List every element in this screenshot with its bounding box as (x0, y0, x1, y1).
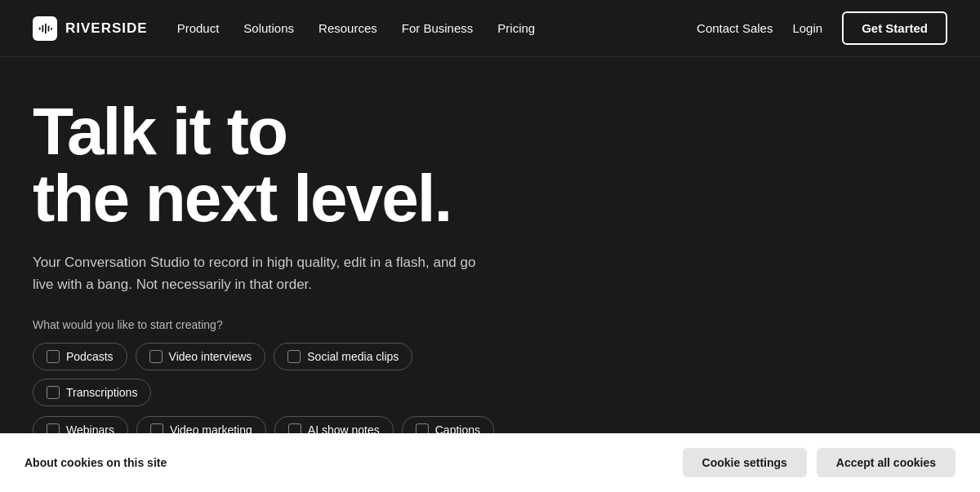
nav-link-resources[interactable]: Resources (318, 21, 377, 35)
checkbox-video-interviews[interactable]: Video interviews (136, 343, 266, 370)
svg-rect-1 (42, 24, 43, 32)
cookie-buttons: Cookie settings Accept all cookies (683, 448, 956, 477)
logo[interactable]: RIVERSIDE (33, 16, 148, 41)
checkbox-podcasts[interactable]: Podcasts (33, 343, 127, 370)
nav-link-solutions[interactable]: Solutions (243, 21, 294, 35)
brand-name: RIVERSIDE (65, 20, 148, 37)
nav-link-pricing[interactable]: Pricing (497, 21, 535, 35)
nav-links: Product Solutions Resources For Business… (177, 21, 536, 35)
svg-rect-2 (45, 23, 47, 33)
svg-rect-4 (51, 28, 52, 30)
checkbox-social-media-clips[interactable]: Social media clips (274, 343, 412, 370)
get-started-button[interactable]: Get Started (842, 11, 947, 45)
nav-left: RIVERSIDE Product Solutions Resources Fo… (33, 16, 535, 41)
question-label: What would you like to start creating? (33, 318, 539, 331)
nav-link-product[interactable]: Product (177, 21, 220, 35)
logo-icon (33, 16, 57, 41)
accept-all-cookies-button[interactable]: Accept all cookies (817, 448, 956, 477)
hero-section: Talk it to the next level. Your Conversa… (0, 57, 572, 492)
checkbox-transcriptions-box (47, 386, 60, 399)
checkbox-video-interviews-box (149, 350, 163, 363)
contact-sales-link[interactable]: Contact Sales (697, 21, 773, 35)
cookie-settings-button[interactable]: Cookie settings (683, 448, 807, 477)
hero-title: Talk it to the next level. (33, 98, 539, 232)
hero-subtitle: Your Conversation Studio to record in hi… (33, 251, 490, 295)
navbar: RIVERSIDE Product Solutions Resources Fo… (0, 0, 980, 57)
svg-rect-0 (39, 27, 41, 30)
login-link[interactable]: Login (792, 21, 822, 35)
nav-link-for-business[interactable]: For Business (402, 21, 474, 35)
cookie-text: About cookies on this site (24, 456, 167, 469)
checkbox-podcasts-box (47, 350, 60, 363)
checkbox-row-1: Podcasts Video interviews Social media c… (33, 343, 539, 406)
svg-rect-3 (48, 25, 50, 31)
cookie-banner: About cookies on this site Cookie settin… (0, 433, 980, 492)
checkbox-social-media-clips-box (287, 350, 301, 363)
nav-right: Contact Sales Login Get Started (697, 11, 947, 45)
checkbox-transcriptions[interactable]: Transcriptions (33, 379, 151, 406)
